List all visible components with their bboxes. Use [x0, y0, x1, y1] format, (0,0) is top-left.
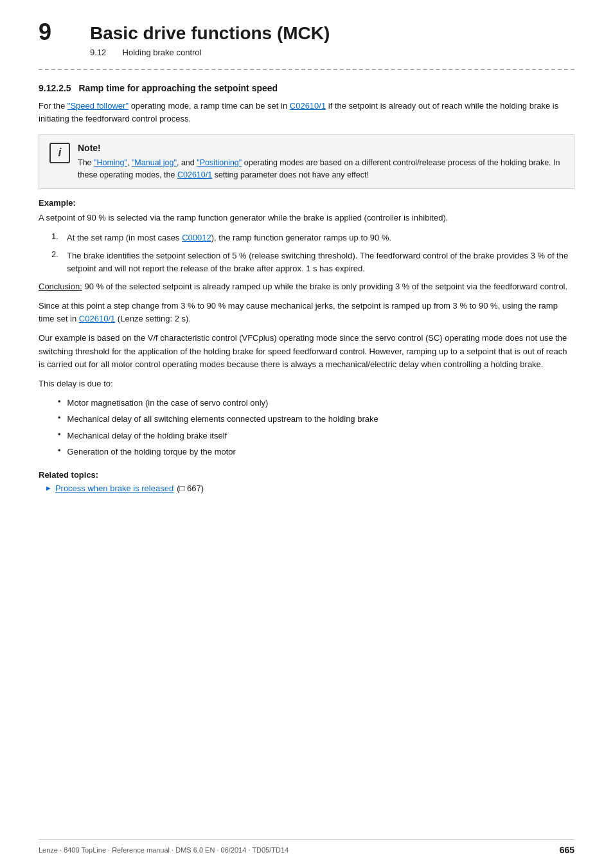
bullet-text-2: Mechanical delay of all switching elemen…: [67, 413, 378, 426]
section-title: Ramp time for approaching the setpoint s…: [79, 83, 278, 93]
sub-chapter-title: Holding brake control: [123, 48, 202, 57]
list-text-1: At the set ramp (in most cases C00012), …: [67, 231, 391, 244]
list-number-2: 2.: [51, 249, 67, 259]
conclusion-paragraph: Conclusion: 90 % of the selected setpoin…: [39, 280, 574, 293]
conclusion-label: Conclusion:: [39, 282, 82, 291]
list-number-1: 1.: [51, 231, 67, 241]
section-number: 9.12.2.5: [39, 83, 71, 93]
example-list: 1. At the set ramp (in most cases C00012…: [39, 231, 574, 275]
bullet-dot-2: •: [58, 413, 61, 422]
manual-jog-link[interactable]: "Manual jog": [132, 158, 177, 167]
related-link-1: ► Process when brake is released (□ 667): [39, 484, 574, 493]
bullet-text-4: Generation of the holding torque by the …: [67, 446, 236, 458]
c02610-link-note[interactable]: C02610/1: [177, 170, 212, 179]
bullet-item-2: • Mechanical delay of all switching elem…: [58, 413, 574, 426]
bullet-text-1: Motor magnetisation (in the case of serv…: [67, 397, 269, 410]
bullet-item-4: • Generation of the holding torque by th…: [58, 446, 574, 458]
process-brake-released-link[interactable]: Process when brake is released: [55, 484, 173, 493]
c00012-link[interactable]: C00012: [182, 233, 211, 242]
list-item-1: 1. At the set ramp (in most cases C00012…: [39, 231, 574, 244]
bullet-item-3: • Mechanical delay of the holding brake …: [58, 429, 574, 442]
intro-paragraph: For the "Speed follower" operating mode,…: [39, 100, 574, 125]
section-divider: [39, 69, 574, 70]
paragraph-1: Since at this point a step change from 3…: [39, 300, 574, 325]
note-title: Note!: [78, 143, 564, 153]
list-item-2: 2. The brake identifies the setpoint sel…: [39, 249, 574, 275]
note-icon: i: [49, 143, 70, 163]
c02610-link-para1[interactable]: C02610/1: [79, 314, 115, 323]
section-heading: 9.12.2.5 Ramp time for approaching the s…: [39, 83, 574, 93]
bullet-dot-3: •: [58, 429, 61, 439]
homing-link[interactable]: "Homing": [94, 158, 127, 167]
sub-chapter-number: 9.12: [90, 48, 106, 57]
footer-text: Lenze · 8400 TopLine · Reference manual …: [39, 846, 289, 854]
example-intro: A setpoint of 90 % is selected via the r…: [39, 212, 574, 224]
bullet-text-3: Mechanical delay of the holding brake it…: [67, 429, 227, 442]
sub-chapter: 9.12 Holding brake control: [90, 48, 574, 57]
intro-text-part2: operating mode, a ramp time can be set i…: [129, 101, 290, 111]
related-topics: Related topics: ► Process when brake is …: [39, 470, 574, 493]
related-link-page: (□ 667): [177, 484, 204, 493]
note-text: The "Homing", "Manual jog", and "Positio…: [78, 157, 564, 181]
footer: Lenze · 8400 TopLine · Reference manual …: [39, 839, 574, 855]
page-number: 665: [560, 845, 574, 855]
header-section: 9 Basic drive functions (MCK): [39, 19, 574, 45]
chapter-number: 9: [39, 19, 90, 45]
bullet-item-1: • Motor magnetisation (in the case of se…: [58, 397, 574, 410]
intro-text-part1: For the: [39, 101, 67, 111]
chapter-title: Basic drive functions (MCK): [90, 19, 330, 44]
paragraph-2: Our example is based on the V/f characte…: [39, 332, 574, 370]
example-label: Example:: [39, 198, 574, 208]
paragraph-3: This delay is due to:: [39, 377, 574, 390]
note-box: i Note! The "Homing", "Manual jog", and …: [39, 134, 574, 190]
positioning-link[interactable]: "Positioning": [197, 158, 242, 167]
arrow-right-icon: ►: [45, 484, 52, 492]
list-text-2: The brake identifies the setpoint select…: [67, 249, 574, 275]
page: 9 Basic drive functions (MCK) 9.12 Holdi…: [0, 0, 613, 868]
bullet-dot-4: •: [58, 446, 61, 455]
bullet-dot-1: •: [58, 397, 61, 406]
c02610-link-1[interactable]: C02610/1: [290, 101, 326, 111]
speed-follower-link[interactable]: "Speed follower": [67, 101, 129, 111]
conclusion-text: 90 % of the selected setpoint is already…: [85, 282, 568, 291]
related-topics-label: Related topics:: [39, 470, 574, 480]
bullet-list: • Motor magnetisation (in the case of se…: [58, 397, 574, 458]
note-content: Note! The "Homing", "Manual jog", and "P…: [78, 143, 564, 181]
